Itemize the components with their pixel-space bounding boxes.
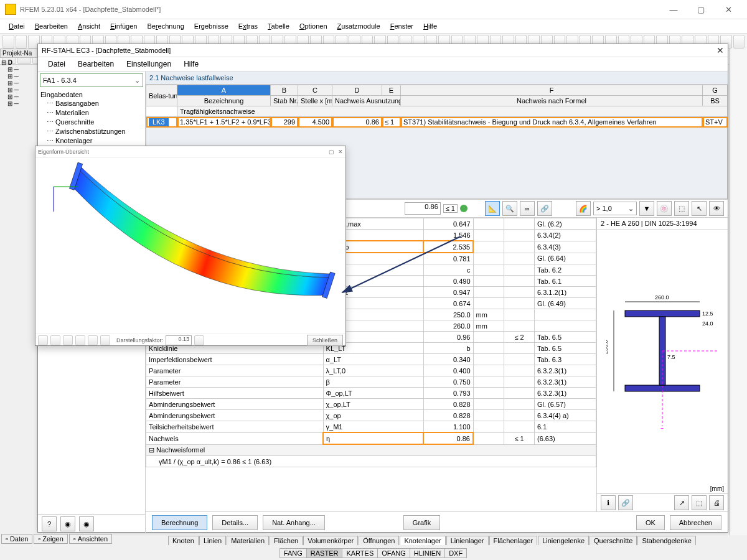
national-annex-button[interactable]: Nat. Anhang... <box>263 515 325 530</box>
scale-button[interactable]: 🌈 <box>576 201 591 216</box>
col-header[interactable]: D <box>332 85 382 96</box>
col-header[interactable]: A <box>177 85 271 96</box>
view-button[interactable]: 🔍 <box>502 201 517 216</box>
maximize-button[interactable]: ▢ <box>687 1 715 18</box>
tool-button[interactable]: ⬚ <box>692 495 707 510</box>
tab[interactable]: ▫Daten <box>1 534 32 544</box>
cancel-button[interactable]: Abbrechen <box>670 515 721 530</box>
toolbar-button[interactable] <box>75 335 85 345</box>
status-toggle[interactable]: OFANG <box>377 548 410 558</box>
tab[interactable]: Knotenlager <box>400 536 445 545</box>
table-row[interactable]: Parameterβ0.7506.3.2.3(1) <box>146 376 596 388</box>
nav-button[interactable]: ◉ <box>60 516 75 531</box>
menu-item[interactable]: Datei <box>4 21 30 31</box>
toolbar-button[interactable] <box>16 35 27 49</box>
minimize-button[interactable]: — <box>660 1 687 18</box>
ok-button[interactable]: OK <box>636 515 665 530</box>
filter-button[interactable]: ▼ <box>639 201 654 216</box>
table-row[interactable]: Parameterλ_LT,00.4006.3.2.3(1) <box>146 365 596 376</box>
menu-item[interactable]: Datei <box>42 58 72 70</box>
calculate-button[interactable]: Berechnung <box>152 515 207 530</box>
tab[interactable]: Volumenkörper <box>303 536 358 545</box>
tab[interactable]: Stabendgelenke <box>637 536 696 545</box>
table-row[interactable]: Abminderungsbeiwertχ_op,LT0.828Gl. (6.57… <box>146 399 596 410</box>
tab[interactable]: Linienlager <box>446 536 489 545</box>
status-toggle[interactable]: KARTES <box>342 548 378 558</box>
details-button[interactable]: Details... <box>212 515 258 530</box>
menu-item[interactable]: Optionen <box>294 21 332 31</box>
toolbar-button[interactable] <box>100 335 110 345</box>
view-button[interactable]: 📐 <box>485 201 500 216</box>
tab[interactable]: Querschnitte <box>590 536 637 545</box>
menu-item[interactable]: Einstellungen <box>120 58 177 70</box>
menu-item[interactable]: Hilfe <box>177 58 205 70</box>
tab[interactable]: Öffnungen <box>359 536 399 545</box>
status-toggle[interactable]: DXF <box>444 548 467 558</box>
table-row[interactable]: Nachweisη0.86≤ 1(6.63) <box>146 432 596 444</box>
dialog-close-icon[interactable]: ✕ <box>716 45 724 55</box>
eye-icon[interactable]: 👁 <box>709 201 724 216</box>
nav-item[interactable]: ⋯ Zwischenabstützungen <box>39 127 144 136</box>
graphics-button[interactable]: Grafik <box>403 515 440 530</box>
tool-button[interactable]: 🍥 <box>657 201 672 216</box>
col-header[interactable]: E <box>382 85 401 96</box>
table-row[interactable]: Imperfektionsbeiwertα_LT0.340Tab. 6.3 <box>146 354 596 365</box>
tab[interactable]: ▫Ansichten <box>69 534 112 544</box>
toolbar-button[interactable] <box>63 335 73 345</box>
view-button[interactable]: ∞ <box>520 201 535 216</box>
tab[interactable]: Liniengelenke <box>538 536 589 545</box>
menu-item[interactable]: Berechnung <box>142 21 189 31</box>
col-header[interactable]: G <box>703 85 728 96</box>
nav-item[interactable]: ⋯ Querschnitte <box>39 118 144 127</box>
status-toggle[interactable]: FANG <box>280 548 307 558</box>
menu-item[interactable]: Hilfe <box>418 21 442 31</box>
col-header[interactable]: F <box>401 85 703 96</box>
tool-button[interactable]: ⬚ <box>674 201 689 216</box>
tab[interactable]: Flächen <box>270 536 303 545</box>
status-toggle[interactable]: RASTER <box>306 548 343 558</box>
tab[interactable]: Linien <box>199 536 226 545</box>
toolbar-button[interactable] <box>733 35 745 49</box>
close-button[interactable]: ✕ <box>715 1 742 18</box>
menu-item[interactable]: Fenster <box>385 21 418 31</box>
tool-button[interactable]: ↗ <box>674 495 689 510</box>
table-tabs[interactable]: KnotenLinienMaterialienFlächenVolumenkör… <box>168 533 741 545</box>
table-row[interactable]: Abminderungsbeiwertχ_op0.8286.3.4(4) a) <box>146 410 596 421</box>
menu-item[interactable]: Extras <box>233 21 263 31</box>
toolbar-button[interactable] <box>88 335 98 345</box>
nav-item[interactable]: ⋯ Materialien <box>39 108 144 118</box>
navigator-tabs[interactable]: ▫Daten▫Zeigen▫Ansichten <box>1 534 112 544</box>
scale-combo[interactable]: > 1,0⌄ <box>593 202 637 215</box>
table-row[interactable]: Teilsicherheitsbeiwertγ_M11.1006.1 <box>146 421 596 433</box>
toolbar-button[interactable] <box>2 35 14 49</box>
help-button[interactable]: ? <box>42 516 57 531</box>
tab[interactable]: Materialien <box>227 536 269 545</box>
case-combo[interactable]: FA1 - 6.3.4⌄ <box>40 73 143 87</box>
menu-item[interactable]: Tabelle <box>263 21 294 31</box>
menu-item[interactable]: Einfügen <box>105 21 142 31</box>
toolbar-button[interactable] <box>38 335 48 345</box>
menu-item[interactable]: Bearbeiten <box>30 21 73 31</box>
tab[interactable]: ▫Zeigen <box>34 534 68 544</box>
factor-input[interactable]: 0.13 <box>166 335 192 345</box>
toolbar-button[interactable] <box>194 335 204 345</box>
table-row[interactable]: LK3 1.35*LF1 + 1.5*LF2 + 0.9*LF3 299 4.5… <box>146 117 728 128</box>
menu-item[interactable]: Zusatzmodule <box>332 21 385 31</box>
menu-item[interactable]: Ergebnisse <box>189 21 233 31</box>
status-toggle[interactable]: HLINIEN <box>410 548 445 558</box>
nav-button[interactable]: ◉ <box>79 516 94 531</box>
nav-item[interactable]: ⋯ Knotenlager <box>39 136 144 146</box>
popup-min-icon[interactable]: ▢ <box>329 149 334 155</box>
popup-close-icon[interactable]: ✕ <box>338 149 343 155</box>
tab[interactable]: Knoten <box>168 536 199 545</box>
close-button[interactable]: Schließen <box>307 335 343 346</box>
toolbar-button[interactable] <box>50 335 60 345</box>
view-button[interactable]: 🔗 <box>537 201 552 216</box>
table-row[interactable]: HilfsbeiwertΦ_op,LT0.7936.3.2.3(1) <box>146 388 596 399</box>
tool-button[interactable]: ↖ <box>692 201 707 216</box>
project-tree[interactable]: ⊟ D for(let i=0;i<6;i++)document.write('… <box>0 58 37 108</box>
tool-button[interactable]: 🖨 <box>709 495 724 510</box>
menu-item[interactable]: Ansicht <box>73 21 105 31</box>
tab[interactable]: Flächenlager <box>489 536 538 545</box>
info-button[interactable]: ℹ <box>601 495 616 510</box>
